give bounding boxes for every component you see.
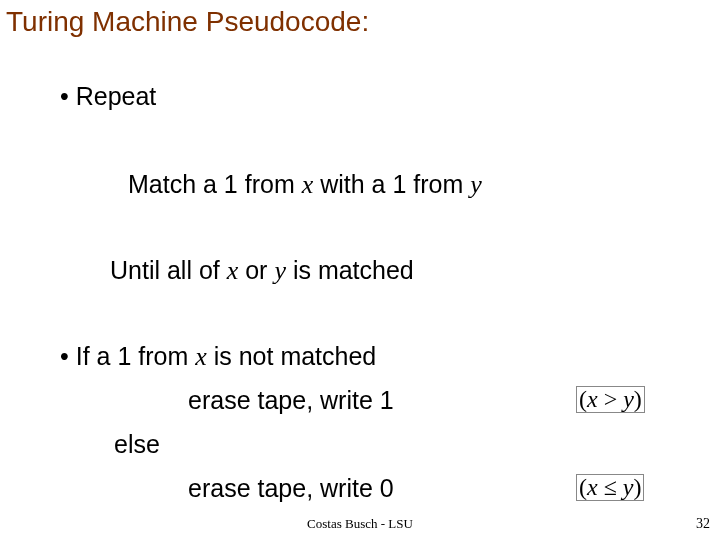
rel-gt: >: [598, 386, 624, 412]
var-x: x: [195, 342, 207, 371]
var-y: y: [623, 474, 634, 500]
line-match: Match a 1 from x with a 1 from y: [128, 170, 482, 200]
text-until-before-x: Until all of: [110, 256, 227, 284]
text-until-after: is matched: [286, 256, 414, 284]
var-x: x: [587, 386, 598, 412]
line-until: Until all of x or y is matched: [110, 256, 414, 286]
text-until-or: or: [238, 256, 274, 284]
paren-close: ): [634, 386, 642, 412]
line-erase-1: erase tape, write 1: [188, 386, 394, 415]
text-match-between: with a 1 from: [313, 170, 470, 198]
line-erase-2: erase tape, write 0: [188, 474, 394, 503]
paren-close: ): [633, 474, 641, 500]
text-if-before-x: • If a 1 from: [60, 342, 195, 370]
text-if-after: is not matched: [207, 342, 377, 370]
var-y: y: [274, 256, 286, 285]
line-else: else: [114, 430, 160, 459]
var-x: x: [302, 170, 314, 199]
paren-open: (: [579, 386, 587, 412]
var-x: x: [227, 256, 239, 285]
slide-title: Turing Machine Pseudocode:: [6, 6, 369, 38]
var-y: y: [470, 170, 482, 199]
condition-x-gt-y: (x > y): [576, 386, 645, 413]
rel-le: ≤: [598, 474, 623, 500]
footer-author: Costas Busch - LSU: [0, 516, 720, 532]
footer-page-number: 32: [696, 516, 710, 532]
var-x: x: [587, 474, 598, 500]
var-y: y: [623, 386, 634, 412]
paren-open: (: [579, 474, 587, 500]
condition-x-le-y: (x ≤ y): [576, 474, 644, 501]
bullet-if: • If a 1 from x is not matched: [60, 342, 376, 372]
text-match-before-x: Match a 1 from: [128, 170, 302, 198]
slide: Turing Machine Pseudocode: • Repeat Matc…: [0, 0, 720, 540]
bullet-repeat: • Repeat: [60, 82, 156, 111]
